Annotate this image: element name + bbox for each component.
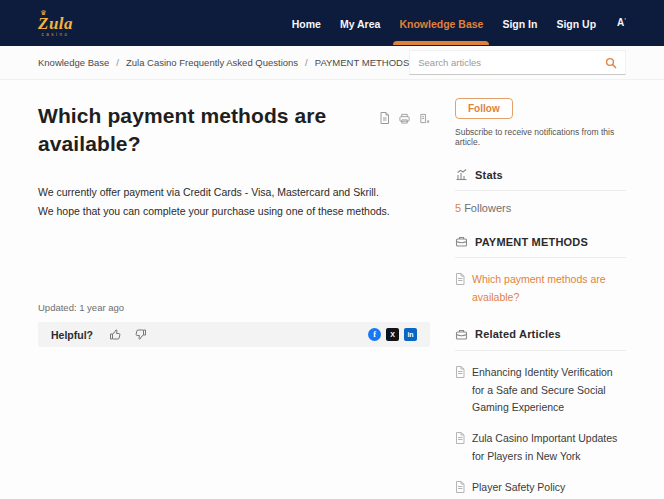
related-articles-title: Related Articles (475, 328, 561, 340)
linkedin-share-icon[interactable]: in (404, 328, 417, 341)
related-articles-section: Related Articles Enhancing Identity Veri… (455, 328, 626, 499)
category-folder-icon (455, 235, 468, 248)
page-content: Which payment methods are available? We … (0, 80, 664, 499)
document-icon (455, 481, 465, 493)
breadcrumb-knowledge-base[interactable]: Knowledge Base (38, 57, 109, 68)
related-article-link[interactable]: Player Safety Policy (455, 479, 626, 497)
related-article-link[interactable]: Zula Casino Important Updates for Player… (455, 430, 626, 466)
main-nav: Home My Area Knowledge Base Sign In Sign… (292, 2, 626, 45)
category-title: PAYMENT METHODS (475, 236, 588, 248)
nav-sign-in[interactable]: Sign In (502, 2, 537, 45)
breadcrumb-faq[interactable]: Zula Casino Frequently Asked Questions (126, 57, 298, 68)
print-icon[interactable] (399, 110, 410, 122)
nav-sign-up[interactable]: Sign Up (556, 2, 596, 45)
top-navbar: ♛ Zula casino Home My Area Knowledge Bas… (0, 0, 664, 46)
follow-button[interactable]: Follow (455, 98, 513, 119)
share-icons: f X in (368, 328, 417, 341)
article-body: We currently offer payment via Credit Ca… (38, 183, 430, 221)
related-article-link[interactable]: Enhancing Identity Verification for a Sa… (455, 364, 626, 418)
nav-my-area[interactable]: My Area (340, 2, 380, 45)
search-box[interactable] (409, 50, 626, 75)
related-folder-icon (455, 328, 468, 341)
article-sidebar: Follow Subscribe to receive notification… (455, 80, 626, 499)
document-icon (455, 273, 465, 285)
stats-section: Stats 5Followers (455, 168, 626, 214)
related-article-label[interactable]: Enhancing Identity Verification for a Sa… (472, 364, 626, 418)
updated-timestamp: Updated: 1 year ago (38, 302, 430, 313)
breadcrumb-payment-methods[interactable]: PAYMENT METHODS (315, 57, 409, 68)
thumbs-up-icon[interactable] (109, 328, 122, 341)
category-section: PAYMENT METHODS Which payment methods ar… (455, 235, 626, 307)
document-icon (455, 432, 465, 444)
helpful-label: Helpful? (51, 329, 93, 341)
breadcrumb-separator: / (305, 57, 308, 68)
zula-casino-logo[interactable]: ♛ Zula casino (38, 9, 73, 38)
stats-title: Stats (475, 169, 503, 181)
logo-sub-text: casino (42, 33, 70, 38)
breadcrumb-separator: / (116, 57, 119, 68)
related-article-label[interactable]: Player Safety Policy (472, 479, 565, 497)
facebook-share-icon[interactable]: f (368, 328, 381, 341)
subscribe-text: Subscribe to receive notifications from … (455, 127, 626, 147)
logo-brand-text: Zula (38, 15, 73, 32)
breadcrumb: Knowledge Base / Zula Casino Frequently … (38, 57, 409, 68)
article-paragraph: We hope that you can complete your purch… (38, 202, 430, 221)
category-article-label[interactable]: Which payment methods are available? (472, 271, 626, 307)
article-actions (379, 110, 430, 122)
related-article-label[interactable]: Zula Casino Important Updates for Player… (472, 430, 626, 466)
category-article-link[interactable]: Which payment methods are available? (455, 271, 626, 307)
related-articles-header: Related Articles (455, 328, 626, 351)
category-header: PAYMENT METHODS (455, 235, 626, 258)
pdf-document-icon[interactable] (379, 110, 390, 122)
x-twitter-share-icon[interactable]: X (386, 328, 399, 341)
stats-header: Stats (455, 168, 626, 191)
helpful-bar: Helpful? f X in (38, 322, 430, 347)
stats-chart-icon (455, 168, 468, 181)
article-paragraph: We currently offer payment via Credit Ca… (38, 183, 430, 202)
nav-home[interactable]: Home (292, 2, 321, 45)
thumbs-down-icon[interactable] (134, 328, 147, 341)
followers-count: 5Followers (455, 202, 626, 214)
search-icon[interactable] (605, 57, 617, 69)
page-title: Which payment methods are available? (38, 102, 383, 159)
nav-knowledge-base[interactable]: Knowledge Base (399, 2, 483, 45)
breadcrumb-bar: Knowledge Base / Zula Casino Frequently … (0, 46, 664, 80)
article-main: Which payment methods are available? We … (38, 80, 430, 499)
language-icon[interactable]: Aʼ (617, 17, 626, 28)
search-input[interactable] (418, 57, 605, 68)
export-icon[interactable] (419, 110, 430, 122)
document-icon (455, 366, 465, 378)
